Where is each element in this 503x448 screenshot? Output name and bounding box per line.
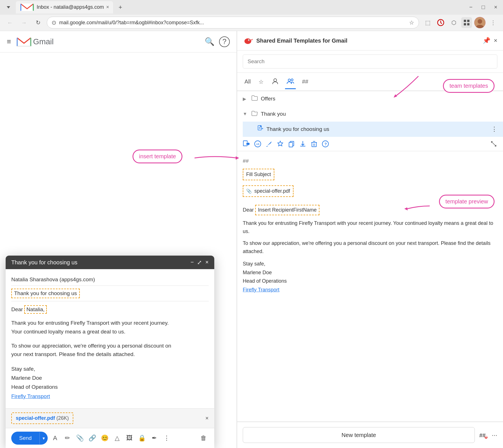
footer-hash-icon[interactable]: ## <box>479 431 488 440</box>
ext-footer: New template ## ··· <box>237 422 503 448</box>
action-insert-icon[interactable] <box>243 140 250 148</box>
svg-rect-1 <box>20 3 34 12</box>
tab-dropdown[interactable] <box>2 2 15 12</box>
send-dropdown-button[interactable]: ▾ <box>39 432 48 444</box>
action-edit-icon[interactable] <box>265 140 273 148</box>
tree-item-thankyou-template[interactable]: Thank you for choosing us ⋮ <box>243 122 503 137</box>
window-minimize[interactable]: − <box>466 2 476 12</box>
toolbar-more-icon[interactable]: ⋮ <box>162 433 172 443</box>
compose-greeting: Dear Natalia, <box>11 301 209 316</box>
compose-from-field: Natalia Sharashova (apps4gs.com) <box>11 274 209 286</box>
action-expand-icon[interactable] <box>490 140 497 148</box>
svg-point-20 <box>291 79 293 81</box>
compose-close[interactable]: × <box>205 259 209 266</box>
extensions-button[interactable]: ⬡ <box>448 17 459 28</box>
thankyou-template-label: Thank you for choosing us <box>266 126 488 132</box>
lock-icon[interactable]: 🔒 <box>137 433 147 443</box>
ext-logo-icon <box>243 36 253 46</box>
compose-body: Natalia Sharashova (apps4gs.com) Thank y… <box>6 269 214 408</box>
ext-tree: ▶ Offers ▼ Thank you <box>237 91 503 137</box>
compose-subject-field[interactable]: Thank you for choosing us <box>11 289 80 298</box>
gmail-search-button[interactable]: 🔍 <box>205 37 215 46</box>
compose-header-actions: − ⤢ × <box>191 259 209 266</box>
tab-title: Inbox - natalia@apps4gs.com <box>37 4 104 10</box>
highlight-icon[interactable]: ✏ <box>62 433 72 443</box>
template-more-icon[interactable]: ⋮ <box>491 126 497 133</box>
ext-actions-bar: AB <box>237 137 503 151</box>
ext-title-text: Shared Email Templates for Gmail <box>256 38 479 44</box>
tab-starred[interactable]: ☆ <box>257 76 265 87</box>
star-icon: ☆ <box>259 78 264 85</box>
compose-resize[interactable]: ⤢ <box>197 259 202 266</box>
preview-subject-placeholder: Fill Subject <box>243 169 274 180</box>
signature-icon[interactable]: ✒ <box>149 433 159 443</box>
action-ab-test-icon[interactable]: AB <box>254 140 261 148</box>
refresh-button[interactable]: ↻ <box>33 17 43 28</box>
compose-attachment-bar: special-offer.pdf (26K) × <box>6 408 214 428</box>
attachment-close-button[interactable]: × <box>205 415 209 421</box>
svg-line-38 <box>491 141 496 146</box>
history-icon[interactable] <box>435 17 446 28</box>
gmail-panel: ≡ Gmail 🔍 ? Thank you f <box>0 31 237 448</box>
forward-button[interactable]: → <box>19 17 29 28</box>
action-copy-icon[interactable] <box>288 140 295 148</box>
attachment-chip[interactable]: special-offer.pdf (26K) <box>11 412 73 424</box>
search-input[interactable] <box>243 54 497 69</box>
window-close[interactable]: × <box>491 2 501 12</box>
compose-window: Thank you for choosing us − ⤢ × Natalia … <box>6 256 214 448</box>
callout-insert-template: insert template <box>133 150 182 163</box>
emoji-icon[interactable]: 😊 <box>100 433 110 443</box>
action-delete-icon[interactable] <box>310 140 318 148</box>
ext-pin-button[interactable]: 📌 <box>483 37 490 44</box>
back-button[interactable]: ← <box>5 17 15 28</box>
action-star-icon[interactable] <box>277 140 284 148</box>
tab-all[interactable]: All <box>243 76 252 87</box>
profile-avatar[interactable] <box>474 17 486 28</box>
ext-close-button[interactable]: × <box>494 37 497 44</box>
browser-chrome: Inbox - natalia@apps4gs.com × + − □ × ← … <box>0 0 503 31</box>
tab-variables[interactable]: ## <box>300 76 310 87</box>
attachment-icon[interactable]: 📎 <box>75 433 85 443</box>
ext-header: Shared Email Templates for Gmail 📌 × <box>237 31 503 50</box>
svg-marker-0 <box>7 6 10 8</box>
tree-folder-thankyou[interactable]: ▼ Thank you <box>237 106 503 122</box>
svg-marker-17 <box>251 39 253 41</box>
folder-icon <box>251 95 258 103</box>
gmail-help-button[interactable]: ? <box>219 36 230 47</box>
active-extension-button[interactable] <box>461 17 472 28</box>
tree-folder-offers[interactable]: ▶ Offers <box>237 91 503 106</box>
hamburger-menu[interactable]: ≡ <box>7 37 11 46</box>
preview-sig-link[interactable]: Firefly Transport <box>243 286 497 294</box>
svg-rect-12 <box>17 37 31 47</box>
window-maximize[interactable]: □ <box>478 2 488 12</box>
action-help-icon[interactable]: ? <box>322 140 329 148</box>
main-content: ≡ Gmail 🔍 ? Thank you f <box>0 31 503 448</box>
drive-icon[interactable]: △ <box>112 433 122 443</box>
chrome-menu-button[interactable]: ⋮ <box>488 17 498 28</box>
svg-text:?: ? <box>325 142 327 146</box>
svg-point-18 <box>274 79 277 82</box>
link-icon[interactable]: 🔗 <box>87 433 97 443</box>
send-button[interactable]: Send <box>11 432 39 445</box>
cast-button[interactable]: ⬚ <box>422 17 433 28</box>
compose-minimize[interactable]: − <box>191 259 194 266</box>
svg-point-10 <box>478 19 482 24</box>
image-icon[interactable]: 🖼 <box>124 433 134 443</box>
ext-preview: ## Fill Subject 📎 special-offer.pdf Dear… <box>237 151 503 422</box>
preview-recipient-placeholder: Insert RecipientFirstName <box>255 205 319 215</box>
tab-team[interactable] <box>285 75 296 89</box>
compose-sig-link[interactable]: Firefly Transport <box>11 392 209 401</box>
delete-draft-icon[interactable]: 🗑 <box>198 433 209 443</box>
footer-more-button[interactable]: ··· <box>492 431 497 439</box>
action-download-icon[interactable] <box>299 140 306 148</box>
new-template-button[interactable]: New template <box>243 427 475 443</box>
browser-controls: ← → ↻ ⊙ mail.google.com/mail/u/0/?tab=rm… <box>0 15 503 31</box>
tab-close-icon[interactable]: × <box>106 4 109 10</box>
new-tab-button[interactable]: + <box>114 2 127 12</box>
active-tab[interactable]: Inbox - natalia@apps4gs.com × <box>16 1 113 14</box>
tab-personal[interactable] <box>270 75 281 88</box>
bookmark-icon[interactable]: ☆ <box>409 19 414 26</box>
address-bar[interactable]: ⊙ mail.google.com/mail/u/0/?tab=rm&ogbl#… <box>47 17 419 28</box>
format-text-icon[interactable]: A <box>50 433 60 443</box>
compose-toolbar: Send ▾ A ✏ 📎 🔗 😊 △ 🖼 🔒 ✒ ⋮ 🗑 <box>6 428 214 448</box>
